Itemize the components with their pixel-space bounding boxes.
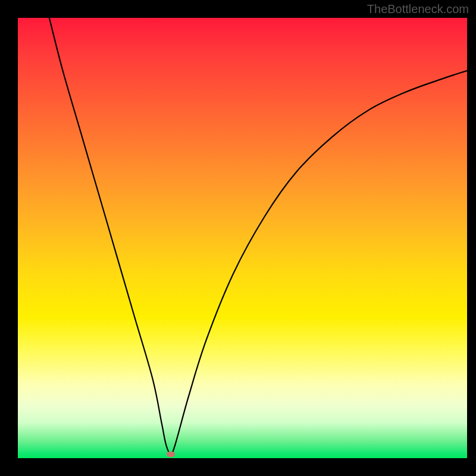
chart-plot-area <box>18 18 467 458</box>
bottleneck-curve <box>18 18 467 458</box>
watermark-text: TheBottleneck.com <box>367 2 469 16</box>
minimum-marker <box>167 452 175 457</box>
